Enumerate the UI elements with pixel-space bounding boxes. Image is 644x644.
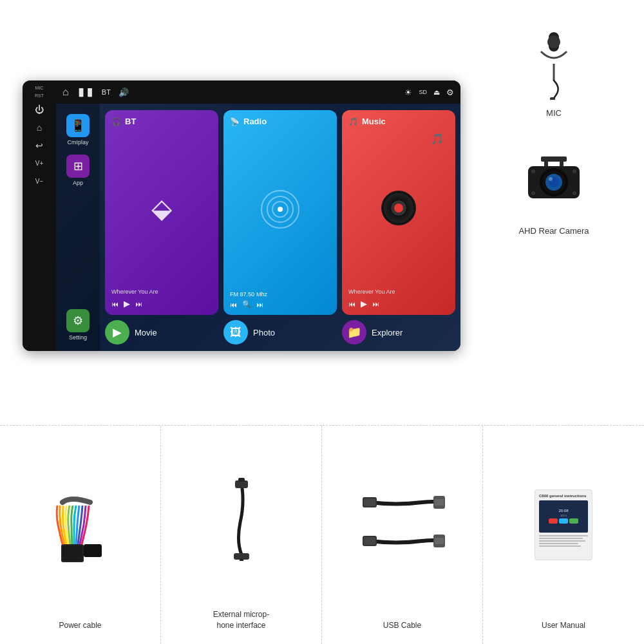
rst-label: RST [35, 93, 44, 99]
nav-carplay[interactable]: 📱 CmIplay [59, 110, 97, 149]
bt-play-button[interactable]: ▶ [124, 299, 130, 308]
radio-freq-unit: Mhz [256, 291, 267, 298]
bluetooth-topbar-icon[interactable]: BT [102, 88, 111, 96]
radio-tile[interactable]: 📡 Radio FM 87.50 Mhz [223, 110, 337, 315]
sd-icon[interactable]: SD [419, 89, 427, 95]
mic-label: MIC [35, 86, 44, 91]
svg-rect-5 [544, 156, 548, 167]
svg-rect-18 [62, 545, 82, 561]
photo-app[interactable]: 🖼 Photo [223, 320, 337, 345]
camera-svg [509, 153, 599, 211]
bt-subtitle: Wherever You Are [111, 289, 212, 295]
svg-point-13 [531, 169, 535, 173]
mic-svg [528, 29, 580, 100]
stereo-unit: MIC RST ⏻ ⌂ ↩ V+ V− ⌂ ▐▌▐▌ BT 🔊 [23, 80, 460, 351]
mic-image [509, 26, 599, 103]
top-bar: ⌂ ▐▌▐▌ BT 🔊 ☀ SD ⏏ ⚙ [56, 80, 460, 104]
bt-bluetooth-icon: ⬙ [111, 129, 212, 287]
explorer-label: Explorer [372, 328, 402, 337]
home-icon[interactable]: ⌂ [62, 86, 69, 98]
bt-header-icon: 🎧 [111, 117, 121, 126]
radio-tile-title: Radio [243, 117, 267, 126]
volume-down-button[interactable]: V− [30, 174, 48, 189]
setting-label: Setting [69, 334, 87, 341]
mic-label-text: MIC [546, 108, 562, 118]
power-button[interactable]: ⏻ [30, 102, 48, 117]
power-cable-svg [48, 483, 113, 567]
top-section: MIC RST ⏻ ⌂ ↩ V+ V− ⌂ ▐▌▐▌ BT 🔊 [0, 0, 644, 425]
photo-label: Photo [253, 328, 275, 337]
svg-rect-6 [560, 156, 564, 167]
camera-accessory: AHD Rear Camera [509, 144, 599, 236]
usb-cable-image [332, 439, 473, 611]
explorer-app[interactable]: 📁 Explorer [342, 320, 455, 345]
radio-next-button[interactable]: ⏭ [256, 301, 263, 308]
ext-mic-image [171, 439, 312, 600]
manual-line-3 [539, 540, 585, 542]
manual-icons-row [542, 518, 585, 524]
radio-tile-header: 📡 Radio [230, 117, 330, 126]
ext-mic-label: External microp- hone interface [213, 609, 269, 631]
music-tile[interactable]: 🎵 Music 🎵 Wherever You Are ⏮ ▶ ⏭ [342, 110, 455, 315]
side-controls: MIC RST ⏻ ⌂ ↩ V+ V− [23, 80, 56, 351]
movie-icon: ▶ [105, 320, 129, 345]
manual-title-text: C800 general instructions [539, 494, 588, 498]
svg-rect-31 [435, 538, 444, 544]
manual-box: C800 general instructions 20:08 102.5 [535, 489, 592, 560]
radio-waves [230, 129, 330, 290]
nav-setting[interactable]: ⚙ Setting [59, 305, 97, 345]
bt-prev-button[interactable]: ⏮ [111, 300, 118, 308]
svg-rect-21 [238, 478, 245, 482]
explorer-icon: 📁 [342, 320, 366, 345]
manual-line-4 [539, 543, 578, 544]
manual-line-1 [539, 535, 588, 536]
manual-screen: 20:08 102.5 [539, 500, 588, 533]
user-manual-label: User Manual [542, 620, 585, 631]
svg-rect-27 [435, 499, 444, 506]
usb-cable-svg [357, 483, 448, 567]
bt-tile[interactable]: 🎧 BT ⬙ Wherever You Are ⏮ ▶ ⏭ [105, 110, 218, 315]
svg-rect-19 [84, 544, 102, 557]
mic-accessory: MIC [509, 26, 599, 118]
radio-header-icon: 📡 [230, 117, 240, 126]
screen: ⌂ ▐▌▐▌ BT 🔊 ☀ SD ⏏ ⚙ 📱 [56, 80, 460, 351]
radio-search-button[interactable]: 🔍 [242, 300, 251, 308]
home-side-button[interactable]: ⌂ [30, 120, 48, 135]
app-label: App [73, 180, 83, 186]
vinyl-record [381, 191, 416, 225]
music-next-button[interactable]: ⏭ [372, 300, 379, 308]
bottom-section: Power cable External microp- hone interf… [0, 425, 644, 644]
user-manual-item: C800 general instructions 20:08 102.5 [483, 426, 644, 644]
carplay-label: CmIplay [67, 139, 88, 146]
brightness-icon[interactable]: ☀ [404, 88, 412, 97]
volume-up-button[interactable]: V+ [30, 156, 48, 171]
music-subtitle: Wherever You Are [348, 289, 449, 295]
main-content: 🎧 BT ⬙ Wherever You Are ⏮ ▶ ⏭ [100, 104, 460, 351]
bt-tile-title: BT [125, 117, 136, 126]
manual-time: 20:08 [542, 509, 585, 513]
power-cable-label: Power cable [59, 620, 101, 631]
radio-prev-button[interactable]: ⏮ [230, 301, 237, 308]
music-tile-title: Music [362, 117, 386, 126]
movie-app[interactable]: ▶ Movie [105, 320, 218, 345]
svg-point-1 [547, 35, 560, 48]
nav-app[interactable]: ⊞ App [59, 151, 97, 190]
music-vinyl-area: 🎵 [348, 129, 449, 287]
volume-icon[interactable]: 🔊 [118, 88, 129, 97]
manual-radio-icon [569, 518, 578, 524]
back-button[interactable]: ↩ [30, 138, 48, 153]
music-prev-button[interactable]: ⏮ [348, 300, 355, 308]
photo-icon: 🖼 [223, 320, 248, 345]
accessories-panel: MIC [470, 13, 644, 419]
bt-controls: ⏮ ▶ ⏭ [111, 299, 212, 308]
svg-rect-25 [364, 498, 375, 506]
settings-icon[interactable]: ⚙ [446, 88, 454, 97]
equalizer-icon[interactable]: ▐▌▐▌ [77, 88, 94, 96]
radio-controls: ⏮ 🔍 ⏭ [230, 300, 330, 308]
manual-text-lines [539, 535, 588, 547]
bt-next-button[interactable]: ⏭ [135, 300, 142, 308]
music-header-icon: 🎵 [348, 117, 358, 126]
music-play-button[interactable]: ▶ [361, 299, 367, 308]
usb-topbar-icon[interactable]: ⏏ [433, 88, 440, 97]
ext-mic-svg [222, 477, 261, 561]
